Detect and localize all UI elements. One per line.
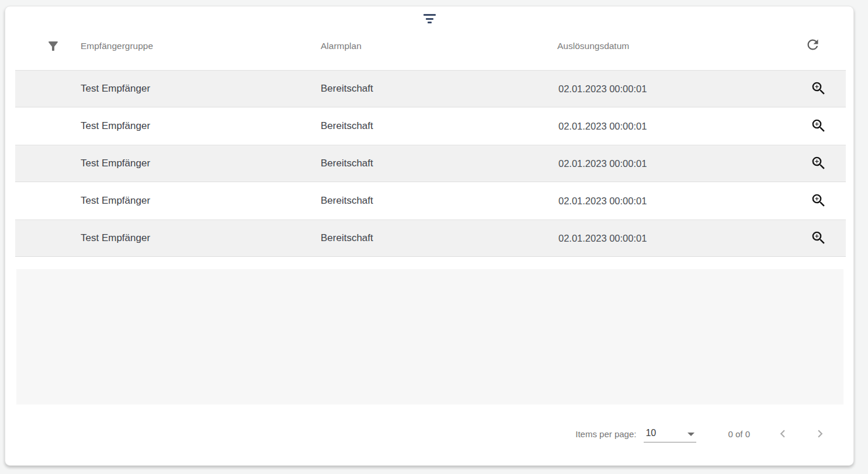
chevron-down-icon: [688, 433, 695, 436]
table-body: Test Empfänger Bereitschaft 02.01.2023 0…: [15, 70, 846, 257]
cell-ausloesungsdatum: 02.01.2023 00:00:01: [558, 233, 647, 244]
filter-bar: [426, 18, 433, 20]
zoom-in-icon-svg: [810, 229, 827, 246]
table-row[interactable]: Test Empfänger Bereitschaft 02.01.2023 0…: [15, 70, 846, 107]
zoom-in-icon[interactable]: [810, 229, 827, 247]
zoom-in-icon-svg: [810, 192, 827, 209]
zoom-in-icon[interactable]: [810, 192, 827, 210]
cell-empfaengergruppe: Test Empfänger: [81, 158, 150, 169]
funnel-icon[interactable]: [46, 39, 60, 53]
zoom-in-icon-svg: [810, 155, 827, 172]
cell-ausloesungsdatum: 02.01.2023 00:00:01: [558, 196, 647, 207]
cell-alarmplan: Bereitschaft: [321, 83, 373, 95]
funnel-icon-svg: [46, 39, 60, 53]
cell-alarmplan: Bereitschaft: [321, 158, 373, 169]
table-row[interactable]: Test Empfänger Bereitschaft 02.01.2023 0…: [15, 107, 846, 145]
zoom-in-icon[interactable]: [810, 117, 827, 135]
column-header-ausloesungsdatum: Auslösungsdatum: [557, 41, 629, 51]
zoom-in-icon-svg: [810, 117, 827, 134]
cell-alarmplan: Bereitschaft: [321, 120, 373, 132]
cell-empfaengergruppe: Test Empfänger: [81, 83, 150, 95]
cell-empfaengergruppe: Test Empfänger: [81, 120, 150, 132]
chevron-right-icon[interactable]: [808, 422, 832, 445]
cell-ausloesungsdatum: 02.01.2023 00:00:01: [558, 121, 647, 132]
cell-alarmplan: Bereitschaft: [321, 195, 373, 207]
cell-ausloesungsdatum: 02.01.2023 00:00:01: [558, 158, 647, 169]
table-row[interactable]: Test Empfänger Bereitschaft 02.01.2023 0…: [15, 145, 846, 182]
chevron-right-icon-svg: [813, 426, 828, 441]
table-row[interactable]: Test Empfänger Bereitschaft 02.01.2023 0…: [15, 219, 846, 257]
refresh-icon[interactable]: [804, 37, 821, 53]
filter-list-icon[interactable]: [422, 14, 436, 23]
items-per-page-label: Items per page:: [575, 429, 636, 439]
zoom-in-icon-svg: [810, 80, 827, 97]
refresh-icon-svg: [805, 37, 821, 53]
page-size-value: 10: [645, 428, 656, 438]
page-size-select[interactable]: 10: [644, 425, 696, 442]
column-header-empfaengergruppe: Empfängergruppe: [81, 41, 153, 51]
filter-bar: [428, 22, 432, 23]
cell-alarmplan: Bereitschaft: [321, 232, 373, 244]
paginator: Items per page: 10 0 of 0: [575, 416, 832, 451]
zoom-in-icon[interactable]: [810, 80, 827, 97]
filter-bar: [423, 14, 436, 16]
cell-ausloesungsdatum: 02.01.2023 00:00:01: [558, 83, 647, 95]
column-header-alarmplan: Alarmplan: [321, 41, 362, 51]
page-range-label: 0 of 0: [728, 429, 750, 439]
zoom-in-icon[interactable]: [810, 155, 827, 172]
alarm-log-card: Empfängergruppe Alarmplan Auslösungsdatu…: [5, 6, 854, 466]
table-row[interactable]: Test Empfänger Bereitschaft 02.01.2023 0…: [15, 182, 846, 219]
cell-empfaengergruppe: Test Empfänger: [81, 195, 150, 207]
cell-empfaengergruppe: Test Empfänger: [81, 232, 150, 244]
chevron-left-icon-svg: [775, 426, 790, 441]
chevron-left-icon[interactable]: [771, 422, 794, 445]
empty-placeholder: [16, 269, 843, 405]
